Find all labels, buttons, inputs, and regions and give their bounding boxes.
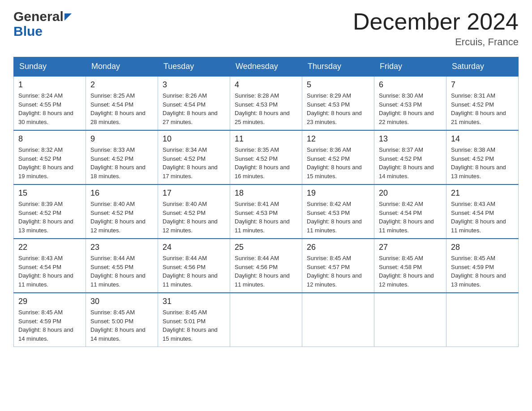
day-number: 10 xyxy=(163,134,225,144)
svg-marker-0 xyxy=(64,13,72,21)
calendar-cell: 11 Sunrise: 8:35 AM Sunset: 4:52 PM Dayl… xyxy=(230,130,302,184)
day-info: Sunrise: 8:45 AM Sunset: 4:59 PM Dayligh… xyxy=(451,254,514,289)
week-row-3: 15 Sunrise: 8:39 AM Sunset: 4:52 PM Dayl… xyxy=(14,184,519,239)
day-number: 16 xyxy=(90,188,153,198)
day-number: 15 xyxy=(18,188,81,198)
day-info: Sunrise: 8:45 AM Sunset: 5:00 PM Dayligh… xyxy=(90,308,153,343)
day-info: Sunrise: 8:42 AM Sunset: 4:53 PM Dayligh… xyxy=(307,200,369,235)
calendar-cell: 28 Sunrise: 8:45 AM Sunset: 4:59 PM Dayl… xyxy=(446,239,519,293)
day-info: Sunrise: 8:31 AM Sunset: 4:52 PM Dayligh… xyxy=(451,91,514,126)
day-info: Sunrise: 8:44 AM Sunset: 4:56 PM Dayligh… xyxy=(235,254,297,289)
calendar-cell: 20 Sunrise: 8:42 AM Sunset: 4:54 PM Dayl… xyxy=(374,184,446,239)
header-friday: Friday xyxy=(374,57,446,77)
day-info: Sunrise: 8:29 AM Sunset: 4:53 PM Dayligh… xyxy=(307,91,369,126)
logo-arrow-icon xyxy=(64,13,72,21)
calendar-cell: 5 Sunrise: 8:29 AM Sunset: 4:53 PM Dayli… xyxy=(302,76,374,130)
header-monday: Monday xyxy=(86,57,158,77)
calendar-cell: 12 Sunrise: 8:36 AM Sunset: 4:52 PM Dayl… xyxy=(302,130,374,184)
day-number: 6 xyxy=(379,80,442,90)
calendar-cell: 4 Sunrise: 8:28 AM Sunset: 4:53 PM Dayli… xyxy=(230,76,302,130)
day-info: Sunrise: 8:32 AM Sunset: 4:52 PM Dayligh… xyxy=(18,146,81,180)
day-info: Sunrise: 8:41 AM Sunset: 4:53 PM Dayligh… xyxy=(235,200,297,235)
calendar-cell: 9 Sunrise: 8:33 AM Sunset: 4:52 PM Dayli… xyxy=(86,130,158,184)
location-label: Ercuis, France xyxy=(353,36,519,48)
day-number: 22 xyxy=(18,243,81,252)
day-number: 11 xyxy=(235,134,297,144)
header-tuesday: Tuesday xyxy=(158,57,230,77)
day-number: 31 xyxy=(163,297,225,306)
week-row-4: 22 Sunrise: 8:43 AM Sunset: 4:54 PM Dayl… xyxy=(14,239,519,293)
day-number: 12 xyxy=(307,134,369,144)
calendar-cell: 17 Sunrise: 8:40 AM Sunset: 4:52 PM Dayl… xyxy=(158,184,230,239)
calendar-cell: 23 Sunrise: 8:44 AM Sunset: 4:55 PM Dayl… xyxy=(86,239,158,293)
calendar-cell: 19 Sunrise: 8:42 AM Sunset: 4:53 PM Dayl… xyxy=(302,184,374,239)
day-info: Sunrise: 8:43 AM Sunset: 4:54 PM Dayligh… xyxy=(451,200,514,235)
title-section: December 2024 Ercuis, France xyxy=(353,9,519,48)
logo-blue-text: Blue xyxy=(13,24,43,39)
day-number: 7 xyxy=(451,80,514,90)
calendar-header-row: Sunday Monday Tuesday Wednesday Thursday… xyxy=(14,57,519,77)
header-saturday: Saturday xyxy=(446,57,519,77)
calendar-cell xyxy=(230,293,302,347)
day-number: 27 xyxy=(379,243,442,252)
calendar-cell: 16 Sunrise: 8:40 AM Sunset: 4:52 PM Dayl… xyxy=(86,184,158,239)
day-info: Sunrise: 8:36 AM Sunset: 4:52 PM Dayligh… xyxy=(307,146,369,180)
calendar-cell: 24 Sunrise: 8:44 AM Sunset: 4:56 PM Dayl… xyxy=(158,239,230,293)
day-info: Sunrise: 8:45 AM Sunset: 5:01 PM Dayligh… xyxy=(163,308,225,343)
day-info: Sunrise: 8:40 AM Sunset: 4:52 PM Dayligh… xyxy=(163,200,225,235)
day-number: 24 xyxy=(163,243,225,252)
day-number: 23 xyxy=(90,243,153,252)
day-number: 5 xyxy=(307,80,369,90)
day-number: 14 xyxy=(451,134,514,144)
day-number: 18 xyxy=(235,188,297,198)
day-number: 21 xyxy=(451,188,514,198)
calendar-cell: 21 Sunrise: 8:43 AM Sunset: 4:54 PM Dayl… xyxy=(446,184,519,239)
day-number: 4 xyxy=(235,80,297,90)
day-number: 20 xyxy=(379,188,442,198)
day-number: 17 xyxy=(163,188,225,198)
day-info: Sunrise: 8:28 AM Sunset: 4:53 PM Dayligh… xyxy=(235,91,297,126)
week-row-1: 1 Sunrise: 8:24 AM Sunset: 4:55 PM Dayli… xyxy=(14,76,519,130)
calendar-cell: 7 Sunrise: 8:31 AM Sunset: 4:52 PM Dayli… xyxy=(446,76,519,130)
calendar-cell: 13 Sunrise: 8:37 AM Sunset: 4:52 PM Dayl… xyxy=(374,130,446,184)
day-info: Sunrise: 8:43 AM Sunset: 4:54 PM Dayligh… xyxy=(18,254,81,289)
day-info: Sunrise: 8:38 AM Sunset: 4:52 PM Dayligh… xyxy=(451,146,514,180)
day-info: Sunrise: 8:24 AM Sunset: 4:55 PM Dayligh… xyxy=(18,91,81,126)
day-number: 25 xyxy=(235,243,297,252)
day-info: Sunrise: 8:26 AM Sunset: 4:54 PM Dayligh… xyxy=(163,91,225,126)
calendar-cell: 2 Sunrise: 8:25 AM Sunset: 4:54 PM Dayli… xyxy=(86,76,158,130)
calendar-cell: 27 Sunrise: 8:45 AM Sunset: 4:58 PM Dayl… xyxy=(374,239,446,293)
calendar-cell xyxy=(446,293,519,347)
day-info: Sunrise: 8:33 AM Sunset: 4:52 PM Dayligh… xyxy=(90,146,153,180)
day-number: 29 xyxy=(18,297,81,306)
calendar-cell: 22 Sunrise: 8:43 AM Sunset: 4:54 PM Dayl… xyxy=(14,239,86,293)
header-wednesday: Wednesday xyxy=(230,57,302,77)
day-info: Sunrise: 8:45 AM Sunset: 4:57 PM Dayligh… xyxy=(307,254,369,289)
week-row-2: 8 Sunrise: 8:32 AM Sunset: 4:52 PM Dayli… xyxy=(14,130,519,184)
week-row-5: 29 Sunrise: 8:45 AM Sunset: 4:59 PM Dayl… xyxy=(14,293,519,347)
day-info: Sunrise: 8:45 AM Sunset: 4:58 PM Dayligh… xyxy=(379,254,442,289)
calendar-cell: 25 Sunrise: 8:44 AM Sunset: 4:56 PM Dayl… xyxy=(230,239,302,293)
calendar-cell: 6 Sunrise: 8:30 AM Sunset: 4:53 PM Dayli… xyxy=(374,76,446,130)
day-info: Sunrise: 8:30 AM Sunset: 4:53 PM Dayligh… xyxy=(379,91,442,126)
day-info: Sunrise: 8:34 AM Sunset: 4:52 PM Dayligh… xyxy=(163,146,225,180)
day-info: Sunrise: 8:37 AM Sunset: 4:52 PM Dayligh… xyxy=(379,146,442,180)
calendar-cell: 29 Sunrise: 8:45 AM Sunset: 4:59 PM Dayl… xyxy=(14,293,86,347)
calendar-cell: 31 Sunrise: 8:45 AM Sunset: 5:01 PM Dayl… xyxy=(158,293,230,347)
calendar-cell: 30 Sunrise: 8:45 AM Sunset: 5:00 PM Dayl… xyxy=(86,293,158,347)
day-number: 19 xyxy=(307,188,369,198)
day-number: 28 xyxy=(451,243,514,252)
header-thursday: Thursday xyxy=(302,57,374,77)
calendar-cell: 14 Sunrise: 8:38 AM Sunset: 4:52 PM Dayl… xyxy=(446,130,519,184)
calendar-cell: 26 Sunrise: 8:45 AM Sunset: 4:57 PM Dayl… xyxy=(302,239,374,293)
logo-general-text: General xyxy=(13,9,64,24)
day-number: 30 xyxy=(90,297,153,306)
day-info: Sunrise: 8:42 AM Sunset: 4:54 PM Dayligh… xyxy=(379,200,442,235)
calendar-cell: 18 Sunrise: 8:41 AM Sunset: 4:53 PM Dayl… xyxy=(230,184,302,239)
calendar-cell xyxy=(374,293,446,347)
day-info: Sunrise: 8:25 AM Sunset: 4:54 PM Dayligh… xyxy=(90,91,153,126)
calendar-cell: 15 Sunrise: 8:39 AM Sunset: 4:52 PM Dayl… xyxy=(14,184,86,239)
day-number: 3 xyxy=(163,80,225,90)
calendar-table: Sunday Monday Tuesday Wednesday Thursday… xyxy=(13,57,519,347)
day-number: 2 xyxy=(90,80,153,90)
